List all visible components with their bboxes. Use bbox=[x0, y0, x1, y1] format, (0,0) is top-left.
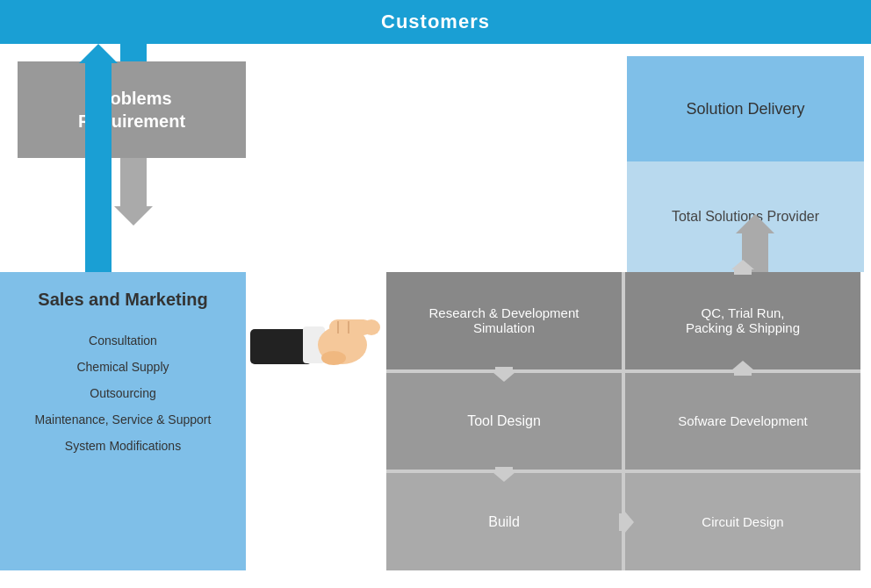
arrow-head-up bbox=[736, 214, 774, 233]
arrow-head bbox=[114, 206, 153, 226]
qc-trial-label: QC, Trial Run,Packing & Shipping bbox=[686, 305, 800, 335]
build-cell: Build bbox=[386, 473, 622, 570]
software-dev-label: Sofware Development bbox=[678, 413, 808, 428]
down-arrow-rd bbox=[493, 367, 515, 382]
build-label: Build bbox=[488, 514, 520, 530]
problems-requirement-box: ProblemsRequirement bbox=[18, 61, 246, 158]
maintenance-item: Maintenance, Service & Support bbox=[35, 412, 212, 427]
outsourcing-item: Outsourcing bbox=[90, 386, 155, 400]
circuit-design-cell: Circuit Design bbox=[625, 473, 860, 570]
arrow-shaft bbox=[120, 158, 147, 206]
up-arrow-software bbox=[731, 361, 754, 376]
arrow-head-up bbox=[79, 44, 118, 63]
tool-design-label: Tool Design bbox=[467, 413, 541, 429]
blue-up-arrow-left bbox=[79, 44, 118, 291]
engineering-grid: Research & DevelopmentSimulation QC, Tri… bbox=[386, 272, 860, 570]
gray-down-arrow bbox=[114, 158, 153, 226]
qc-trial-cell: QC, Trial Run,Packing & Shipping bbox=[625, 272, 860, 369]
chemical-supply-item: Chemical Supply bbox=[76, 360, 169, 374]
down-arrow-tool bbox=[493, 467, 515, 482]
rd-simulation-label: Research & DevelopmentSimulation bbox=[429, 305, 579, 335]
arrow-shaft bbox=[85, 63, 112, 291]
arrow-shaft bbox=[120, 44, 147, 63]
customers-label: Customers bbox=[381, 11, 490, 33]
solution-delivery-box: Solution Delivery bbox=[627, 56, 864, 161]
sales-marketing-box: Sales and Marketing Consultation Chemica… bbox=[0, 272, 246, 570]
system-modifications-item: System Modifications bbox=[65, 439, 181, 453]
rd-simulation-cell: Research & DevelopmentSimulation bbox=[386, 272, 622, 369]
circuit-design-label: Circuit Design bbox=[702, 514, 783, 529]
right-arrow-build bbox=[619, 511, 634, 534]
arrow-head-up bbox=[731, 0, 780, 25]
blue-up-arrow-right bbox=[731, 0, 780, 44]
software-dev-cell: Sofware Development bbox=[625, 373, 860, 470]
arrow-shaft bbox=[739, 25, 771, 44]
tool-design-cell: Tool Design bbox=[386, 373, 622, 470]
solution-delivery-label: Solution Delivery bbox=[686, 100, 804, 118]
up-arrow-qc bbox=[731, 260, 754, 275]
consultation-item: Consultation bbox=[89, 333, 157, 348]
sales-title: Sales and Marketing bbox=[38, 290, 207, 310]
handover-label-area: Handover to Engineering bbox=[246, 298, 386, 404]
